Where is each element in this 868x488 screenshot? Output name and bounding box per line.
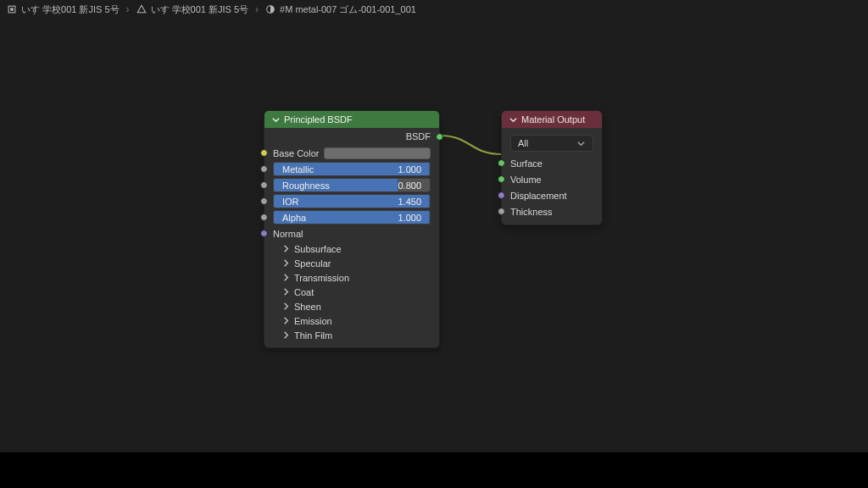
socket-dot-icon xyxy=(498,175,505,183)
breadcrumb-material[interactable]: #M metal-007 ゴム-001-001_001 xyxy=(265,3,416,16)
target-dropdown[interactable]: All xyxy=(510,135,593,152)
panel-coat[interactable]: Coat xyxy=(264,285,439,299)
input-ior[interactable]: IOR 1.450 xyxy=(264,193,439,209)
input-metallic[interactable]: Metallic 1.000 xyxy=(264,161,439,177)
node-principled-bsdf[interactable]: Principled BSDF BSDF Base Color Metallic… xyxy=(264,110,440,348)
socket-dot-icon xyxy=(436,133,443,141)
node-header[interactable]: Principled BSDF xyxy=(264,111,439,128)
breadcrumb-label-2: いす 学校001 新JIS 5号 xyxy=(151,3,249,16)
panel-subsurface[interactable]: Subsurface xyxy=(264,241,439,256)
socket-dot-icon xyxy=(498,208,505,215)
panel-specular[interactable]: Specular xyxy=(264,256,439,270)
svg-rect-1 xyxy=(10,8,13,10)
node-title: Principled BSDF xyxy=(284,114,353,125)
panel-emission[interactable]: Emission xyxy=(264,313,439,328)
chevron-right-icon xyxy=(281,258,291,268)
collection-icon xyxy=(7,4,17,14)
socket-dot-icon xyxy=(260,214,268,221)
socket-dot-icon xyxy=(260,230,268,237)
output-label: BSDF xyxy=(406,131,431,141)
chevron-right-icon xyxy=(281,302,291,311)
node-body: All Surface Volume Displacement Thicknes… xyxy=(502,128,602,225)
socket-dot-icon xyxy=(498,191,505,199)
input-roughness[interactable]: Roughness 0.800 xyxy=(264,177,439,193)
chevron-right-icon xyxy=(281,316,291,325)
breadcrumb-label-1: いす 学校001 新JIS 5号 xyxy=(21,3,120,16)
input-thickness[interactable]: Thickness xyxy=(502,203,602,219)
color-swatch[interactable] xyxy=(324,147,431,159)
node-material-output[interactable]: Material Output All Surface Volume Displ… xyxy=(501,110,603,225)
slider-roughness[interactable]: Roughness 0.800 xyxy=(273,178,431,192)
output-socket-bsdf[interactable]: BSDF xyxy=(264,130,439,145)
node-body: BSDF Base Color Metallic 1.000 xyxy=(264,128,439,347)
bottom-strip xyxy=(0,452,868,488)
chevron-down-icon xyxy=(271,115,281,125)
input-base-color[interactable]: Base Color xyxy=(264,145,439,161)
input-surface[interactable]: Surface xyxy=(502,155,602,171)
breadcrumb-label-3: #M metal-007 ゴム-001-001_001 xyxy=(280,3,416,16)
input-normal[interactable]: Normal xyxy=(264,225,439,241)
chevron-down-icon xyxy=(576,139,586,148)
panel-transmission[interactable]: Transmission xyxy=(264,270,439,285)
chevron-right-icon xyxy=(281,244,291,253)
chevron-down-icon xyxy=(509,115,518,125)
breadcrumb-object[interactable]: いす 学校001 新JIS 5号 xyxy=(136,3,249,16)
slider-metallic[interactable]: Metallic 1.000 xyxy=(273,162,431,176)
input-alpha[interactable]: Alpha 1.000 xyxy=(264,209,439,225)
input-label: Base Color xyxy=(273,148,319,158)
chevron-right-icon: › xyxy=(255,3,259,15)
socket-dot-icon xyxy=(260,181,268,189)
panel-sheen[interactable]: Sheen xyxy=(264,299,439,313)
chevron-right-icon xyxy=(281,273,291,282)
socket-dot-icon xyxy=(260,165,268,173)
slider-ior[interactable]: IOR 1.450 xyxy=(273,194,431,208)
input-displacement[interactable]: Displacement xyxy=(502,187,602,203)
chevron-right-icon xyxy=(281,330,291,340)
socket-dot-icon xyxy=(260,149,268,157)
panel-thin-film[interactable]: Thin Film xyxy=(264,328,439,342)
socket-dot-icon xyxy=(498,159,505,167)
node-header[interactable]: Material Output xyxy=(502,111,602,128)
breadcrumb: いす 学校001 新JIS 5号 › いす 学校001 新JIS 5号 › #M… xyxy=(0,0,868,19)
node-editor-canvas[interactable]: Principled BSDF BSDF Base Color Metallic… xyxy=(0,19,868,452)
chevron-right-icon: › xyxy=(126,3,130,15)
breadcrumb-collection[interactable]: いす 学校001 新JIS 5号 xyxy=(7,3,120,16)
input-label: Normal xyxy=(273,229,303,239)
socket-dot-icon xyxy=(260,197,268,205)
chevron-right-icon xyxy=(281,287,291,297)
input-volume[interactable]: Volume xyxy=(502,171,602,187)
svg-marker-2 xyxy=(137,5,145,13)
material-icon xyxy=(265,4,275,14)
mesh-icon xyxy=(136,4,147,14)
node-title: Material Output xyxy=(521,114,585,125)
slider-alpha[interactable]: Alpha 1.000 xyxy=(273,210,431,225)
